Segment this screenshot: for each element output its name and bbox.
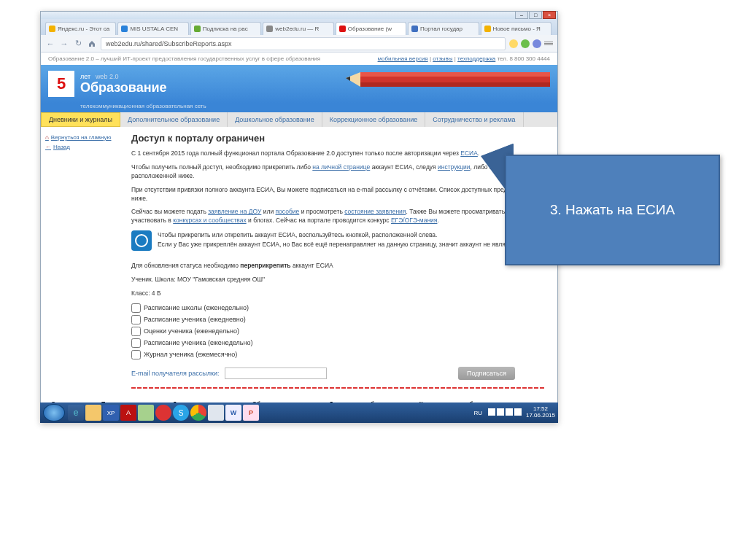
esia-button-icon[interactable] — [131, 230, 152, 251]
window-minimize-button[interactable]: – — [515, 11, 528, 19]
taskbar-explorer-icon[interactable] — [85, 405, 101, 421]
windows-taskbar: e XP A S W P RU 17:52 17.06.2015 — [40, 402, 558, 423]
window-close-button[interactable]: × — [543, 11, 556, 19]
application-status-link[interactable]: состояние заявления — [344, 208, 406, 215]
sidebar-back-link[interactable]: Назад — [45, 144, 124, 150]
student-info: Ученик. Школа: МОУ "Гамовская средняя ОШ… — [131, 276, 544, 284]
taskbar-adobe-icon[interactable]: A — [120, 405, 136, 421]
taskbar-word-icon[interactable]: W — [225, 405, 241, 421]
main-nav: Дневники и журналыДополнительное образов… — [41, 112, 557, 127]
favicon-icon — [121, 26, 128, 32]
svg-rect-3 — [360, 72, 550, 77]
taskbar-powerpoint-icon[interactable]: P — [243, 405, 259, 421]
favicon-icon — [194, 26, 201, 32]
nav-tab[interactable]: Дневники и журналы — [41, 112, 120, 127]
class-info: Класс: 4 Б — [131, 289, 544, 298]
reviews-link[interactable]: отзывы — [433, 55, 452, 62]
logo-years: лет — [80, 73, 90, 80]
dou-application-link[interactable]: заявление на ДОУ — [208, 208, 261, 215]
browser-tab[interactable]: Яндекс.ru - Этот са — [45, 22, 116, 35]
site-topline: Образование 2.0 – лучший ИТ-проект предо… — [41, 52, 557, 65]
report-checkbox[interactable] — [131, 327, 141, 336]
email-input[interactable] — [225, 368, 327, 379]
tab-label: MIS USTALA CEN — [130, 26, 178, 32]
instruction-callout: 3. Нажать на ЕСИА — [505, 155, 720, 265]
tray-clock[interactable]: 17:52 17.06.2015 — [526, 406, 555, 419]
topline-text: Образование 2.0 – лучший ИТ-проект предо… — [48, 55, 320, 62]
ege-contest-link[interactable]: ЕГЭ/ОГЭ-мания — [391, 217, 438, 224]
window-maximize-button[interactable]: □ — [529, 11, 542, 19]
phone-text: тел. 8 800 300 4444 — [498, 55, 550, 62]
report-checkbox[interactable] — [131, 350, 141, 359]
favicon-icon — [339, 26, 346, 32]
browser-tab[interactable]: MIS USTALA CEN — [117, 22, 188, 35]
callout-text: 3. Нажать на ЕСИА — [550, 202, 675, 218]
taskbar-opera-icon[interactable] — [155, 405, 171, 421]
forward-button[interactable]: → — [59, 39, 69, 49]
actions-paragraph: Сейчас вы можете подать заявление на ДОУ… — [131, 208, 544, 225]
url-input[interactable]: web2edu.ru/shared/SubscribeReports.aspx — [101, 37, 506, 50]
web20-label: web 2.0 — [96, 73, 119, 80]
extension-icon[interactable] — [521, 39, 530, 48]
page-viewport: Образование 2.0 – лучший ИТ-проект предо… — [41, 52, 557, 422]
taskbar-skype-icon[interactable]: S — [173, 405, 189, 421]
reload-button[interactable]: ↻ — [73, 39, 83, 49]
site-logo[interactable]: 5 — [48, 71, 74, 97]
instruction-link[interactable]: инструкции — [438, 163, 471, 171]
report-option[interactable]: Расписание ученика (еженедельно) — [131, 338, 544, 348]
taskbar-ie-icon[interactable]: e — [68, 405, 84, 421]
esia-link[interactable]: ЕСИА — [460, 149, 478, 157]
report-option[interactable]: Расписание ученика (ежедневно) — [131, 315, 544, 324]
back-button[interactable]: ← — [45, 39, 55, 49]
system-tray: RU 17:52 17.06.2015 — [473, 406, 555, 419]
tray-icons[interactable] — [487, 408, 522, 417]
tray-lang[interactable]: RU — [473, 410, 482, 416]
tab-label: Яндекс.ru - Этот са — [58, 26, 109, 32]
taskbar-chrome-icon[interactable] — [190, 405, 206, 421]
favicon-icon — [49, 26, 55, 32]
home-button[interactable] — [87, 39, 97, 49]
contests-link[interactable]: конкурсах и сообществах — [173, 217, 246, 224]
benefit-link[interactable]: пособие — [276, 208, 300, 215]
report-option[interactable]: Журнал ученика (ежемесячно) — [131, 350, 544, 359]
start-button[interactable] — [43, 404, 65, 421]
favicon-icon — [484, 26, 491, 32]
esia-info-block: Чтобы прикрепить или открепить аккаунт Е… — [158, 230, 527, 249]
topline-right: мобильная версия | отзывы | техподдержка… — [378, 55, 550, 62]
extension-icon[interactable] — [509, 39, 518, 48]
nav-tab[interactable]: Дополнительное образование — [120, 112, 228, 127]
browser-tab[interactable]: Портал государ — [408, 22, 479, 35]
browser-tab[interactable]: Образование (w — [336, 22, 406, 35]
report-checkbox[interactable] — [131, 315, 141, 324]
chrome-menu-icon[interactable] — [544, 39, 553, 48]
extension-icon[interactable] — [533, 39, 541, 48]
taskbar-app-icon[interactable]: XP — [103, 405, 119, 421]
taskbar-app-icon[interactable] — [138, 405, 154, 421]
tab-label: web2edu.ru — R — [275, 26, 319, 32]
sidebar: Вернуться на главную Назад — [41, 127, 128, 396]
nav-tab[interactable]: Коррекционное образование — [322, 112, 426, 127]
divider-squiggle — [131, 387, 544, 389]
report-option[interactable]: Расписание школы (еженедельно) — [131, 303, 544, 313]
subscribe-button[interactable]: Подписаться — [458, 367, 515, 380]
tab-label: Новое письмо - Я — [493, 26, 541, 32]
taskbar-app-icon[interactable] — [208, 405, 224, 421]
pencil-graphic — [346, 71, 550, 94]
browser-tab[interactable]: web2edu.ru — R — [263, 22, 333, 35]
nav-tab[interactable]: Дошкольное образование — [228, 112, 322, 127]
site-banner: 5 лет web 2.0 Образование — [41, 65, 557, 103]
sidebar-home-link[interactable]: Вернуться на главную — [45, 134, 124, 141]
mobile-link[interactable]: мобильная версия — [378, 55, 428, 62]
tab-label: Образование (w — [348, 26, 392, 32]
browser-tab[interactable]: Подписка на рас — [190, 22, 261, 35]
svg-rect-4 — [360, 82, 550, 87]
personal-page-link[interactable]: на личной странице — [312, 163, 370, 171]
support-link[interactable]: техподдержка — [457, 55, 495, 62]
report-checkbox[interactable] — [131, 338, 141, 348]
nav-tab[interactable]: Сотрудничество и реклама — [425, 112, 523, 127]
browser-tabstrip: Яндекс.ru - Этот саMIS USTALA CENПодписк… — [41, 19, 557, 35]
browser-tab[interactable]: Новое письмо - Я — [481, 22, 551, 35]
browser-address-bar: ← → ↻ web2edu.ru/shared/SubscribeReports… — [41, 35, 557, 52]
report-checkbox[interactable] — [131, 303, 141, 313]
report-option[interactable]: Оценки ученика (еженедельно) — [131, 327, 544, 336]
